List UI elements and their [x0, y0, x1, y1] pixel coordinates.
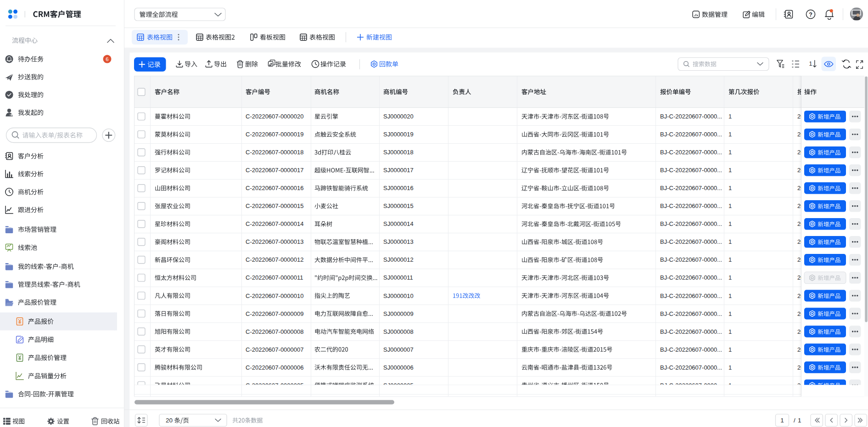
svg-text:BJ-C-20220607-0000...: BJ-C-20220607-0000... [660, 292, 722, 299]
svg-text:BJ-C-20220607-0000...: BJ-C-20220607-0000... [660, 167, 722, 174]
svg-text:BJ-C-20220607-0000...: BJ-C-20220607-0000... [660, 185, 722, 191]
svg-text:20: 20 [166, 417, 173, 424]
svg-text:BJ-C-20220607-0000...: BJ-C-20220607-0000... [660, 113, 722, 120]
svg-text:C-20220607-0000020: C-20220607-0000020 [246, 113, 304, 120]
svg-text:BJ-C-20220607-0000...: BJ-C-20220607-0000... [660, 310, 722, 317]
svg-text:1: 1 [809, 61, 812, 67]
svg-text:BJ-C-20220607-0000...: BJ-C-20220607-0000... [660, 202, 722, 209]
svg-text:1: 1 [780, 417, 784, 424]
svg-text:C-20220607-0000015: C-20220607-0000015 [246, 202, 304, 209]
svg-text:C-20220607-0000009: C-20220607-0000009 [246, 310, 304, 317]
svg-text:?: ? [809, 11, 812, 18]
svg-text:1: 1 [728, 274, 732, 281]
svg-text:C-20220607-0000012: C-20220607-0000012 [246, 256, 304, 263]
svg-text:1: 1 [728, 185, 732, 191]
svg-text:C-20220607-0000019: C-20220607-0000019 [246, 131, 304, 138]
svg-text:C-20220607-0000013: C-20220607-0000013 [246, 238, 304, 245]
svg-text:C-20220607-0000016: C-20220607-0000016 [246, 185, 304, 191]
svg-text:SJ0000015: SJ0000015 [383, 202, 414, 209]
svg-text:1: 1 [728, 310, 732, 317]
svg-text:C-20220607-0000018: C-20220607-0000018 [246, 149, 304, 156]
svg-text:SJ0000009: SJ0000009 [383, 310, 414, 317]
svg-text:1: 1 [798, 417, 801, 424]
svg-text:BJ-C-20220607-0000...: BJ-C-20220607-0000... [660, 220, 722, 227]
svg-text:BJ-C-20220607-0000...: BJ-C-20220607-0000... [660, 149, 722, 156]
svg-text:1: 1 [728, 256, 732, 263]
svg-text:C-20220607-0000014: C-20220607-0000014 [246, 220, 304, 227]
svg-text:BJ-C-20220607-0000...: BJ-C-20220607-0000... [660, 328, 722, 335]
svg-text:SJ0000019: SJ0000019 [383, 131, 414, 138]
svg-text:BJ-C-20220607-0000...: BJ-C-20220607-0000... [660, 238, 722, 245]
svg-text:1: 1 [728, 167, 732, 174]
svg-text:1: 1 [728, 292, 732, 299]
svg-text:SJ0000012: SJ0000012 [383, 256, 414, 263]
svg-text:BJ-C-20220607-0000...: BJ-C-20220607-0000... [660, 346, 722, 353]
svg-text:1: 1 [728, 364, 732, 371]
svg-text:C-20220607-0000017: C-20220607-0000017 [246, 167, 304, 174]
svg-text:6: 6 [106, 56, 108, 62]
svg-text:SJ0000007: SJ0000007 [383, 346, 414, 353]
svg-text:1: 1 [728, 113, 732, 120]
svg-text:SJ0000013: SJ0000013 [383, 238, 414, 245]
svg-text:1: 1 [728, 346, 732, 353]
svg-text:C-20220607-0000008: C-20220607-0000008 [246, 328, 304, 335]
svg-text:SJ0000008: SJ0000008 [383, 328, 414, 335]
svg-text:SJ0000014: SJ0000014 [383, 220, 414, 227]
svg-text:1: 1 [728, 220, 732, 227]
svg-text:SJ0000017: SJ0000017 [383, 167, 414, 174]
svg-text:1: 1 [728, 149, 732, 156]
svg-text:SJ0000006: SJ0000006 [383, 364, 414, 371]
svg-text:SJ0000011: SJ0000011 [383, 274, 413, 281]
svg-text:C-20220607-0000011: C-20220607-0000011 [246, 274, 303, 281]
svg-text:SJ0000018: SJ0000018 [383, 149, 414, 156]
svg-text:BJ-C-20220607-0000...: BJ-C-20220607-0000... [660, 131, 722, 138]
svg-text:BJ-C-20220607-0000...: BJ-C-20220607-0000... [660, 364, 722, 371]
svg-text:BJ-C-20220607-0000...: BJ-C-20220607-0000... [660, 274, 722, 281]
svg-text:C-20220607-0000006: C-20220607-0000006 [246, 364, 304, 371]
svg-text:1: 1 [728, 328, 732, 335]
svg-text:1: 1 [728, 131, 732, 138]
svg-text:1: 1 [728, 238, 732, 245]
svg-text:SJ0000020: SJ0000020 [383, 113, 414, 120]
svg-text:1: 1 [728, 202, 732, 209]
svg-text:SJ0000016: SJ0000016 [383, 185, 414, 191]
svg-text:BJ-C-20220607-0000...: BJ-C-20220607-0000... [660, 256, 722, 263]
svg-text:C-20220607-0000010: C-20220607-0000010 [246, 292, 304, 299]
svg-text:/: / [794, 417, 795, 424]
svg-text:SJ0000010: SJ0000010 [383, 292, 414, 299]
svg-text:C-20220607-0000007: C-20220607-0000007 [246, 346, 304, 353]
